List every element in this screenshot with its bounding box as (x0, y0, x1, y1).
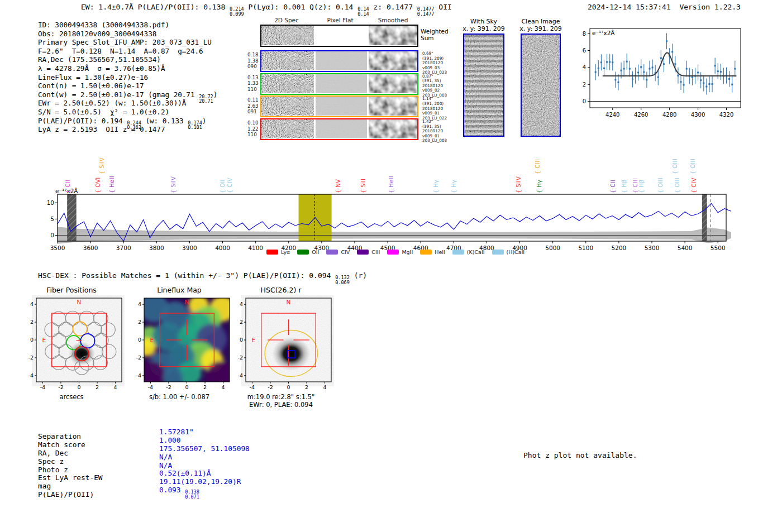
emission-line-label: { OIII (690, 159, 696, 174)
fit-flux-units-label: e⁻¹⁷x2Å (592, 30, 615, 36)
emission-line-label: { OIII (657, 178, 664, 193)
legend-item: Lyα (266, 249, 290, 255)
svg-text:E: E (150, 337, 154, 343)
lineflux-map-xlabel: s/b: 1.00 +/- 0.087 (126, 393, 232, 401)
cutout-noise (369, 74, 417, 93)
svg-text:-4: -4 (28, 372, 34, 378)
info-line: Primary Spec_Slot_IFU_AMP: 203_073_031_L… (38, 38, 217, 47)
weighted-sum-label: Weighted Sum (421, 28, 449, 41)
col-header-2dspec: 2D Spec (260, 17, 313, 23)
match-table-value: 1.57281" (159, 428, 250, 436)
cutout-row-right-labels: 0.69"(391, 209)20180120v009_03203_LU_023 (422, 51, 456, 75)
timestamp-version: 2024-12-14 15:37:41 Version 1.22.3 (588, 3, 741, 11)
svg-text:-4: -4 (238, 372, 243, 378)
svg-text:4260: 4260 (634, 112, 648, 118)
cutout-noise (261, 119, 314, 138)
match-table-label: P(LAE)/P(OII) (38, 490, 103, 499)
svg-text:4000: 4000 (215, 245, 230, 251)
match-table-label: RA, Dec (38, 449, 103, 457)
elixer-report-page: EW: 1.4±0.7Å P(LAE)/P(OII): 0.138 0.2140… (0, 0, 782, 532)
svg-text:3800: 3800 (149, 245, 164, 251)
emission-line-label: { Hγ (451, 180, 457, 193)
emission-line-label: { OIII (672, 159, 678, 174)
svg-text:4100: 4100 (248, 245, 263, 251)
svg-text:0: 0 (185, 384, 188, 390)
legend-label: MgII (402, 249, 413, 255)
svg-text:N: N (185, 299, 189, 305)
cutout-noise (261, 26, 314, 45)
svg-text:5300: 5300 (645, 245, 660, 251)
legend-swatch (266, 250, 278, 255)
hi-lo-value: 0.1740.101 (188, 121, 202, 130)
legend-swatch (492, 250, 504, 255)
svg-text:3600: 3600 (83, 245, 98, 251)
lineflux-map-panel: Lineflux Map NE-4-4-2-2002244 s/b: 1.00 … (126, 286, 232, 401)
svg-text:-2: -2 (238, 354, 243, 361)
cutout-noise (369, 26, 417, 45)
fiber-positions-panel: Fiber Positions NE-4-4-2-2002244 arcsecs (18, 286, 125, 401)
svg-text:0: 0 (240, 337, 243, 343)
emission-line-label: { CIII (535, 159, 541, 174)
info-line: EWr = 2.50(±0.52) (w: 1.50(±0.30))Å (38, 99, 217, 108)
cutout-row-right-labels: 1.14"(391, 200)20180120v009_01203_LU_022 (422, 97, 456, 121)
with-sky-panel: With Skyx, y: 391, 209 (458, 18, 509, 137)
svg-text:E: E (252, 337, 256, 343)
legend-item: (K)CaII (452, 249, 485, 255)
fiber-positions-title: Fiber Positions (18, 286, 125, 295)
emission-line-label: { OII (220, 179, 226, 193)
emission-line-label: { Hβ (638, 179, 645, 193)
info-line: Cont(n) = 1.50(±0.06)e-17 (38, 82, 217, 90)
info-line: P(LAE)/P(OII): 0.194 0.2440.162 (w: 0.13… (38, 117, 217, 126)
emission-line-label: { HeII (388, 176, 394, 193)
info-line: Obs: 20180120v009_3000494338 (38, 30, 217, 39)
svg-text:4300: 4300 (691, 112, 705, 118)
svg-text:-4: -4 (250, 384, 255, 390)
hi-lo-value: 0.140.14 (357, 7, 369, 16)
detection-info-block: ID: 3000494338 (3000494338.pdf)Obs: 2018… (38, 21, 217, 134)
emission-line-label: { HeII (109, 176, 115, 193)
cutout-row: 0.112.630911.14"(391, 200)20180120v009_0… (260, 95, 418, 117)
svg-text:3500: 3500 (50, 245, 65, 251)
svg-text:2: 2 (30, 319, 34, 325)
info-line: λ = 4278.29Å σ = 3.76(±0.85)Å (38, 64, 217, 73)
clean-image-panel: Clean Imagex, y: 391, 209 (515, 18, 566, 137)
cutout-row: 0.181.380900.69"(391, 209)20180120v009_0… (260, 50, 418, 72)
svg-text:0: 0 (583, 98, 586, 104)
svg-text:4240: 4240 (605, 112, 619, 118)
lineflux-map-svg: NE-4-4-2-2002244 (126, 295, 232, 391)
match-table-label: Spec z (38, 457, 103, 466)
legend-label: (K)CaII (467, 249, 485, 255)
legend-swatch (452, 250, 464, 255)
svg-text:4320: 4320 (719, 112, 733, 118)
cutout-row-left-labels: 0.101.22110 (247, 120, 260, 138)
legend-item: OII (297, 249, 319, 255)
svg-text:2: 2 (96, 384, 99, 390)
svg-text:E: E (42, 337, 46, 343)
emission-line-label: { CIV (691, 178, 697, 193)
hscdex-match-line: HSC-DEX : Possible Matches = 1 (within +… (38, 271, 367, 285)
legend-swatch (357, 250, 369, 255)
svg-text:5400: 5400 (678, 245, 693, 251)
legend-label: Lyα (281, 249, 290, 255)
emission-line-label: { SiIV (516, 176, 522, 193)
svg-text:-2: -2 (58, 384, 63, 390)
svg-text:10: 10 (47, 199, 54, 206)
svg-text:-2: -2 (268, 384, 273, 390)
fiber-positions-svg: NE-4-4-2-2002244 (18, 295, 125, 391)
cutout-noise (261, 51, 314, 70)
hi-lo-value: 0.1320.069 (335, 275, 350, 285)
cutout-noise (369, 97, 417, 116)
emission-line-label: { CII (610, 180, 616, 193)
emission-line-label: { Hγ (433, 180, 439, 193)
emission-line-label: { NV (335, 179, 341, 193)
full-spectrum-plot: 0510350036003700380039004000410042004300… (47, 148, 737, 260)
version-label: Version 1.22.3 (679, 3, 741, 11)
hsc-cutout-svg: NE-4-4-2-2002244 (228, 295, 334, 391)
match-table-labels: SeparationMatch scoreRA, DecSpec zPhoto … (38, 432, 103, 499)
line-fit-plot: 0246842404260428043004320 e⁻¹⁷x2Å (575, 25, 743, 123)
legend-swatch (297, 250, 309, 255)
match-table-value: 19.11(19.02,19.20)R (159, 477, 250, 486)
cutout-row (260, 25, 418, 47)
svg-text:6: 6 (583, 47, 586, 54)
cutout-row: 0.101.221101.42"(391, 35)20180120v009_01… (260, 118, 418, 140)
